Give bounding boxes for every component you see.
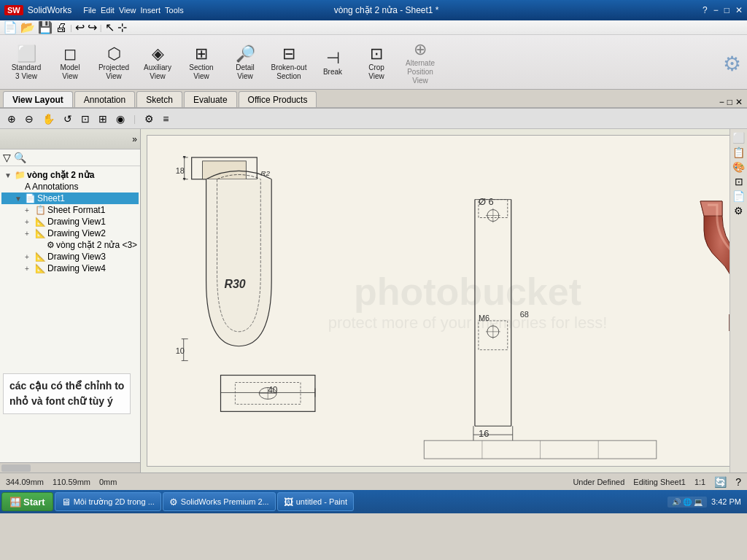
root-expand-icon: ▼ xyxy=(4,171,15,179)
tree-part3[interactable]: ⚙ vòng chặt 2 nửa <3> xyxy=(1,239,139,251)
broken-section-button[interactable]: ⊟ Broken-outSection xyxy=(268,38,309,89)
config-icon[interactable]: ⚙ xyxy=(734,205,743,217)
title-left: SW SolidWorks File Edit View Insert Tool… xyxy=(4,5,439,15)
tree-drawingview1[interactable]: + 📐 Drawing View1 xyxy=(1,216,139,228)
auxiliary-view-button[interactable]: ◈ AuxiliaryView xyxy=(137,38,178,89)
part3-label: vòng chặt 2 nửa <3> xyxy=(56,240,137,250)
detail-view-label: DetailView xyxy=(236,63,255,81)
cursor-icon[interactable]: ↖ xyxy=(105,20,115,34)
select-icon[interactable]: ⊹ xyxy=(117,20,127,34)
drawingview3-icon: 📐 xyxy=(35,252,46,262)
tab-annotation[interactable]: Annotation xyxy=(74,91,135,107)
print-icon[interactable]: 🖨 xyxy=(55,21,67,34)
start-label: Start xyxy=(23,497,45,508)
property-icon[interactable]: 📋 xyxy=(732,147,745,158)
tab-evaluate[interactable]: Evaluate xyxy=(184,91,237,107)
fit-icon[interactable]: ⊡ xyxy=(78,112,93,126)
close-panel-icon[interactable]: ✕ xyxy=(735,97,743,107)
model-view-button[interactable]: ◻ ModelView xyxy=(50,38,90,89)
menu-file[interactable]: File xyxy=(83,6,96,15)
svg-rect-1 xyxy=(203,161,247,179)
app-title: SolidWorks xyxy=(28,5,71,15)
close-button[interactable]: ✕ xyxy=(735,5,743,15)
title-buttons: ? − □ ✕ xyxy=(703,5,743,15)
ribbon: ⊕ ⊖ ✋ ↺ ⊡ ⊞ ◉ | ⚙ ≡ xyxy=(0,109,747,129)
tree-annotations[interactable]: A Annotations xyxy=(1,181,139,192)
alternate-position-button[interactable]: ⊕ AlternatePositionView xyxy=(400,38,441,89)
pan-icon[interactable]: ✋ xyxy=(39,112,58,126)
detail-view-button[interactable]: 🔎 DetailView xyxy=(225,38,266,89)
redo-icon[interactable]: ↪ xyxy=(88,20,97,34)
layers-icon[interactable]: ≡ xyxy=(160,112,171,126)
break-icon: ⊣ xyxy=(326,50,340,66)
tab-view-layout[interactable]: View Layout xyxy=(3,91,73,107)
tree-drawingview3[interactable]: + 📐 Drawing View3 xyxy=(1,251,139,262)
maximize-panel-icon[interactable]: □ xyxy=(727,97,732,107)
sheet1-expand-icon: ▼ xyxy=(15,195,25,203)
tree-drawingview4[interactable]: + 📐 Drawing View4 xyxy=(1,262,139,274)
tab-sketch[interactable]: Sketch xyxy=(136,91,182,107)
task-pane-icon[interactable]: ⊡ xyxy=(735,176,743,187)
taskbar-solidworks-button[interactable]: ⚙ SolidWorks Premium 2... xyxy=(163,492,276,511)
zoom-in-icon[interactable]: ⊕ xyxy=(4,112,19,126)
section-view-icon: ⊞ xyxy=(195,46,208,62)
drawing-sheet: photobucket protect more of your memorie… xyxy=(147,135,747,467)
tab-office-products[interactable]: Office Products xyxy=(239,91,317,107)
minimize-panel-icon[interactable]: − xyxy=(719,97,724,107)
minimize-button[interactable]: − xyxy=(713,5,719,15)
tree-sheetformat[interactable]: + 📋 Sheet Format1 xyxy=(1,204,139,216)
root-label: vòng chặt 2 nửa xyxy=(27,170,94,180)
tree-sheet1[interactable]: ▼ 📄 Sheet1 xyxy=(1,192,139,204)
drawing-canvas[interactable]: photobucket protect more of your memorie… xyxy=(141,129,747,472)
sw-task-label: SolidWorks Premium 2... xyxy=(181,497,269,506)
rebuild-icon[interactable]: 🔄 xyxy=(714,476,727,488)
maximize-button[interactable]: □ xyxy=(724,5,729,15)
projected-view-label: ProjectedView xyxy=(98,63,129,81)
document-icon[interactable]: 📄 xyxy=(732,190,745,202)
save-icon[interactable]: 💾 xyxy=(38,20,53,34)
help-status-icon[interactable]: ? xyxy=(735,476,741,488)
tree-root[interactable]: ▼ 📁 vòng chặt 2 nửa xyxy=(1,169,139,181)
svg-text:68: 68 xyxy=(520,310,529,319)
menu-tools[interactable]: Tools xyxy=(165,6,184,15)
standard-3view-button[interactable]: ⬜ Standard3 View xyxy=(6,38,47,89)
rotate-icon[interactable]: ↺ xyxy=(61,112,75,126)
menu-view[interactable]: View xyxy=(119,6,136,15)
standard-3view-icon: ⬜ xyxy=(17,46,36,62)
new-icon[interactable]: 📄 xyxy=(3,20,18,34)
view3-icon[interactable]: ⊞ xyxy=(96,112,110,126)
view-palette-icon[interactable]: ⬜ xyxy=(732,132,745,144)
taskbar-2d-button[interactable]: 🖥 Môi trường 2D trong ... xyxy=(55,492,161,511)
section-view-button[interactable]: ⊞ SectionView xyxy=(181,38,222,89)
taskbar-paint-button[interactable]: 🖼 untitled - Paint xyxy=(277,492,354,511)
drawingview2-icon: 📐 xyxy=(35,228,46,238)
statusbar: 344.09mm 110.59mm 0mm Under Defined Edit… xyxy=(0,472,747,490)
search-icon[interactable]: 🔍 xyxy=(14,152,26,163)
display-icon[interactable]: ◉ xyxy=(113,112,128,126)
tree-drawingview2[interactable]: + 📐 Drawing View2 xyxy=(1,228,139,239)
drawingview2-expand-icon: + xyxy=(25,230,35,238)
appearance-icon[interactable]: 🎨 xyxy=(732,161,745,173)
drawingview1-icon: 📐 xyxy=(35,217,46,227)
sidebar-expand-icon[interactable]: » xyxy=(132,134,137,144)
zoom-out-icon[interactable]: ⊖ xyxy=(22,112,36,126)
root-icon: 📁 xyxy=(15,170,26,180)
view-settings-icon[interactable]: ⚙ xyxy=(142,112,157,126)
projected-view-button[interactable]: ⬡ ProjectedView xyxy=(93,38,134,89)
menu-insert[interactable]: Insert xyxy=(141,6,161,15)
sidebar-scrollbar[interactable] xyxy=(0,462,140,472)
help-button[interactable]: ? xyxy=(703,5,708,15)
sidebar-scrollbar-thumb[interactable] xyxy=(1,464,31,472)
standard-3view-label: Standard3 View xyxy=(12,63,42,81)
svg-text:16: 16 xyxy=(479,428,489,439)
start-button[interactable]: 🪟 Start xyxy=(1,492,53,511)
undo-icon[interactable]: ↩ xyxy=(75,20,85,34)
crop-view-button[interactable]: ⊡ CropView xyxy=(356,38,397,89)
tabbar-right: − □ ✕ xyxy=(719,97,747,107)
filter-icon[interactable]: ▽ xyxy=(3,152,11,163)
drawingview1-label: Drawing View1 xyxy=(47,217,106,227)
break-button[interactable]: ⊣ Break xyxy=(312,38,353,89)
menu-edit[interactable]: Edit xyxy=(101,6,115,15)
open-icon[interactable]: 📂 xyxy=(20,20,35,34)
sheet1-icon: 📄 xyxy=(25,193,36,203)
